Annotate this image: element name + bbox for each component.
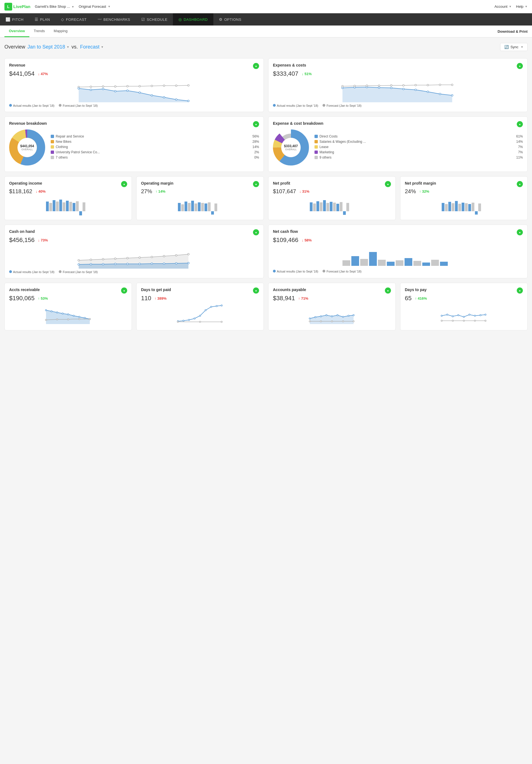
expense-donut: $333,407 OVERALL: [273, 129, 309, 165]
svg-rect-95: [465, 203, 468, 211]
svg-point-115: [139, 263, 140, 265]
main-nav: ⬜ PITCH ☰ PLAN ◇ FORECAST 〰 BENCHMARKS ☑…: [0, 13, 532, 26]
legend-row-3: University Patrol Service Co... 2%: [51, 150, 259, 154]
net-profit-icon[interactable]: ●: [385, 181, 391, 187]
revenue-donut: $441,054 OVERALL: [9, 129, 45, 165]
svg-point-176: [463, 316, 465, 318]
operating-income-value: $118,162: [9, 188, 32, 195]
nav-benchmarks[interactable]: 〰 BENCHMARKS: [92, 13, 136, 26]
revenue-card: Revenue ● $441,054 ↓ 47%: [4, 58, 264, 112]
forecast-selector[interactable]: Original Forecast ▼: [79, 4, 110, 9]
svg-rect-73: [208, 202, 210, 211]
nav-options[interactable]: ⚙ OPTIONS: [213, 13, 247, 26]
nav-schedule[interactable]: ☑ SCHEDULE: [136, 13, 173, 26]
nav-plan[interactable]: ☰ PLAN: [29, 13, 56, 26]
svg-rect-70: [198, 202, 200, 211]
sub-nav-tabs: Overview Trends Mapping: [4, 26, 72, 37]
revenue-donut-text: OVERALL: [20, 148, 34, 151]
svg-rect-85: [340, 202, 342, 211]
net-cash-flow-value-row: $109,466 ↓ 58%: [273, 237, 523, 244]
operating-income-header: Operating income ●: [9, 181, 127, 187]
expense-breakdown-title: Expense & cost breakdown: [273, 121, 323, 125]
operating-income-value-row: $118,162 ↓ 40%: [9, 188, 127, 195]
svg-point-152: [210, 306, 212, 308]
svg-point-102: [102, 258, 104, 260]
svg-point-19: [188, 100, 189, 102]
net-cash-flow-icon[interactable]: ●: [517, 229, 523, 235]
accts-receivable-icon[interactable]: ●: [121, 287, 127, 293]
nav-schedule-label: SCHEDULE: [147, 17, 168, 22]
expense-breakdown-icon[interactable]: ●: [517, 121, 523, 127]
accounts-payable-icon[interactable]: ●: [385, 287, 391, 293]
comparison-selector[interactable]: Forecast ▼: [80, 44, 104, 50]
svg-point-30: [342, 86, 343, 87]
period-chevron-icon: ▼: [66, 46, 69, 49]
net-profit-value: $107,647: [273, 188, 296, 195]
cash-on-hand-change: ↓ 73%: [38, 238, 48, 242]
days-to-get-paid-icon[interactable]: ●: [253, 287, 259, 293]
operating-margin-value: 27%: [141, 188, 152, 195]
svg-rect-94: [462, 203, 465, 211]
revenue-info-icon[interactable]: ●: [253, 63, 259, 69]
nav-dashboard[interactable]: ◎ DASHBOARD: [173, 13, 213, 26]
svg-rect-128: [413, 261, 421, 266]
operating-margin-icon[interactable]: ●: [253, 181, 259, 187]
days-to-get-paid-header: Days to get paid ●: [141, 287, 259, 293]
period-selector[interactable]: Jan to Sept 2018 ▼: [27, 44, 69, 50]
days-to-pay-value: 65: [405, 295, 412, 302]
expense-breakdown-legend: Direct Costs 61% Salaries & Wages (Exclu…: [315, 134, 523, 161]
net-cash-flow-chart: [273, 247, 523, 269]
sync-button[interactable]: 🔄 Sync ▼: [500, 43, 528, 51]
net-cash-flow-legend: Actual results (Jan to Sept '18) Forecas…: [273, 270, 523, 273]
download-print-button[interactable]: Download & Print: [498, 26, 528, 37]
days-to-pay-icon[interactable]: ●: [517, 287, 523, 293]
expenses-chart: [273, 80, 523, 102]
svg-point-136: [67, 314, 69, 315]
expense-legend-row-3: Marketing 7%: [315, 150, 523, 154]
nav-dashboard-label: DASHBOARD: [184, 17, 208, 22]
svg-point-17: [163, 96, 165, 98]
svg-rect-77: [313, 203, 316, 211]
revenue-card-header: Revenue ●: [9, 63, 259, 69]
expense-breakdown-content: $333,407 OVERALL Direct Costs 61%: [273, 129, 523, 165]
svg-point-159: [315, 316, 316, 318]
expense-breakdown-card: Expense & cost breakdown ● $333,407: [268, 116, 528, 172]
net-profit-change: ↓ 31%: [299, 189, 309, 193]
logo: L LivePlan: [4, 3, 31, 11]
svg-point-170: [342, 321, 344, 322]
tab-mapping[interactable]: Mapping: [49, 26, 72, 37]
account-link[interactable]: Account ▼: [494, 4, 511, 9]
svg-rect-63: [82, 202, 85, 211]
svg-rect-81: [327, 203, 329, 211]
forecast-dot: [323, 270, 325, 273]
company-selector[interactable]: Garrett's Bike Shop ... ▼: [35, 4, 74, 9]
tab-overview[interactable]: Overview: [4, 26, 29, 37]
row-cash: Cash on hand ● $456,156 ↓ 73%: [4, 225, 528, 278]
net-profit-margin-icon[interactable]: ●: [517, 181, 523, 187]
nav-plan-label: PLAN: [40, 17, 50, 22]
svg-rect-86: [343, 211, 346, 215]
nav-forecast[interactable]: ◇ FORECAST: [56, 13, 92, 26]
operating-income-icon[interactable]: ●: [121, 181, 127, 187]
svg-point-137: [73, 315, 74, 316]
forecast-icon: ◇: [61, 17, 64, 22]
revenue-breakdown-icon[interactable]: ●: [253, 121, 259, 127]
operating-margin-chart: [141, 197, 259, 215]
svg-rect-68: [191, 201, 194, 211]
expenses-info-icon[interactable]: ●: [517, 63, 523, 69]
svg-point-183: [463, 320, 465, 321]
svg-rect-78: [317, 201, 319, 211]
svg-point-20: [342, 87, 343, 89]
svg-rect-120: [342, 260, 350, 266]
operating-income-change: ↓ 40%: [36, 189, 46, 193]
nav-pitch[interactable]: ⬜ PITCH: [0, 13, 29, 26]
help-link[interactable]: Help ▼: [516, 4, 528, 9]
accounts-payable-value: $38,941: [273, 295, 295, 302]
svg-point-108: [176, 255, 177, 256]
svg-point-132: [46, 310, 47, 311]
chevron-down-icon: ▼: [525, 5, 528, 8]
tab-trends[interactable]: Trends: [29, 26, 49, 37]
cash-on-hand-icon[interactable]: ●: [253, 229, 259, 235]
svg-rect-69: [195, 203, 197, 211]
revenue-legend: Actual results (Jan to Sept '18) Forecas…: [9, 104, 259, 107]
